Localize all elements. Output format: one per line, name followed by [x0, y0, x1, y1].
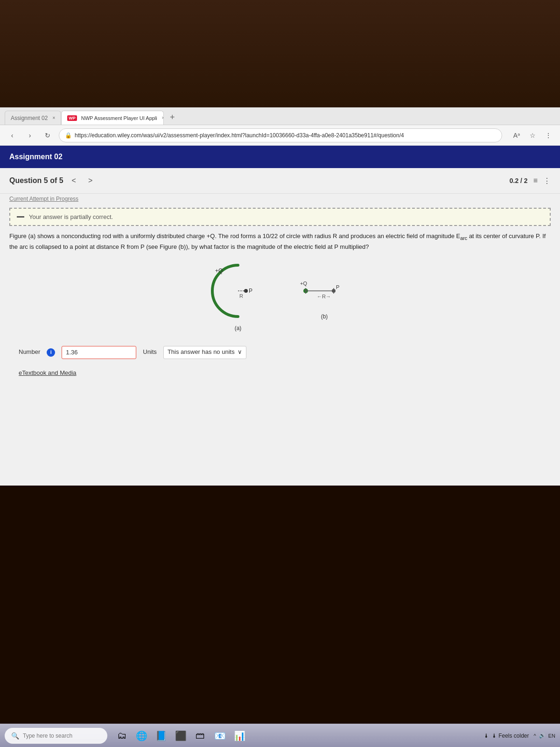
etextbook-link[interactable]: eTextbook and Media	[9, 364, 551, 383]
partial-correct-banner: Your answer is partially correct.	[9, 208, 551, 226]
number-input[interactable]	[62, 346, 136, 359]
svg-text:←R→: ←R→	[317, 294, 331, 299]
taskbar-app-wiley[interactable]: 📘	[152, 727, 170, 745]
search-placeholder-text: Type here to search	[23, 733, 72, 739]
answer-label: Number	[19, 347, 40, 357]
tab-wiley[interactable]: WP NWP Assessment Player UI Appli ×	[61, 111, 164, 125]
tab-assignment[interactable]: Assignment 02 ×	[5, 111, 61, 125]
more-options-button[interactable]: ⋮	[542, 129, 554, 141]
question-header: Question 5 of 5 < > 0.2 / 2 ≡ ⋮	[0, 168, 560, 194]
figure-a: +Q P R (a)	[208, 261, 268, 333]
tab-wiley-close[interactable]: ×	[162, 115, 164, 120]
question-title: Question 5 of 5	[9, 176, 63, 185]
units-value: This answer has no units	[168, 347, 235, 357]
wiley-logo-icon: WP	[67, 115, 77, 121]
figure-b: +Q P ←R→ (b)	[296, 272, 352, 321]
taskbar-apps: 🗂 🌐 📘 ⬛ 🗃 📧 📊	[113, 727, 248, 745]
question-text: Figure (a) shows a nonconducting rod wit…	[9, 232, 551, 252]
app-header: Assignment 02	[0, 146, 560, 168]
units-label: Units	[143, 347, 157, 357]
browser-actions: Aᵃ ☆ ⋮	[511, 129, 554, 141]
address-bar: ‹ › ↻ 🔒 https://education.wiley.com/was/…	[0, 125, 560, 146]
weather-text: 🌡 Feels colder	[491, 733, 529, 739]
score-display: 0.2 / 2	[510, 177, 528, 184]
back-button[interactable]: ‹	[6, 129, 19, 142]
weather-widget[interactable]: 🌡 🌡 Feels colder	[483, 733, 529, 739]
url-text: https://education.wiley.com/was/ui/v2/as…	[75, 132, 404, 139]
taskbar-app-file-explorer[interactable]: 🗂	[113, 727, 131, 745]
tab-assignment-close[interactable]: ×	[52, 115, 55, 120]
banner-minus-icon	[17, 216, 24, 218]
tab-bar: Assignment 02 × WP NWP Assessment Player…	[0, 107, 560, 125]
score-area: 0.2 / 2 ≡ ⋮	[510, 176, 551, 185]
taskbar-app-teams[interactable]: 📊	[231, 727, 248, 745]
taskbar-search[interactable]: 🔍 Type here to search	[5, 728, 107, 744]
more-actions-button[interactable]: ⋮	[543, 176, 551, 185]
taskbar-app-store[interactable]: ⬛	[172, 727, 189, 745]
volume-icon[interactable]: 🔊	[539, 733, 546, 739]
url-bar[interactable]: 🔒 https://education.wiley.com/was/ui/v2/…	[59, 128, 502, 142]
question-body: Figure (a) shows a nonconducting rod wit…	[0, 232, 560, 390]
answer-row: Number i Units This answer has no units …	[9, 341, 551, 364]
weather-icon: 🌡	[483, 733, 489, 739]
taskbar-app-mail[interactable]: 📧	[211, 727, 229, 745]
forward-button[interactable]: ›	[23, 129, 36, 142]
app-title: Assignment 02	[9, 153, 63, 161]
svg-text:R: R	[239, 293, 243, 299]
language-indicator: EN	[548, 733, 555, 739]
info-icon[interactable]: i	[47, 348, 55, 357]
system-tray: ^ 🔊 EN	[534, 733, 555, 739]
tab-assignment-label: Assignment 02	[11, 115, 48, 121]
units-chevron-icon: ∨	[238, 347, 242, 357]
figures-area: +Q P R (a) +Q	[9, 261, 551, 333]
laptop-bottom-bezel	[0, 486, 560, 724]
favorites-button[interactable]: ☆	[526, 129, 539, 141]
refresh-button[interactable]: ↻	[41, 129, 54, 142]
taskbar-right: 🌡 🌡 Feels colder ^ 🔊 EN	[483, 733, 555, 739]
reader-mode-button[interactable]: Aᵃ	[511, 129, 523, 141]
figure-b-label: (b)	[321, 312, 328, 321]
svg-text:P: P	[249, 288, 252, 294]
taskbar-app-edge[interactable]: 🌐	[133, 727, 150, 745]
progress-text[interactable]: Current Attempt in Progress	[0, 194, 560, 202]
list-view-button[interactable]: ≡	[533, 176, 538, 185]
svg-text:+Q: +Q	[300, 281, 307, 286]
prev-question-button[interactable]: <	[68, 175, 80, 187]
laptop-bezel	[0, 0, 560, 107]
search-icon: 🔍	[11, 732, 19, 740]
figure-a-label: (a)	[235, 324, 242, 333]
question-nav: Question 5 of 5 < >	[9, 175, 96, 187]
figure-a-svg: +Q P R	[208, 261, 268, 321]
partial-banner-text: Your answer is partially correct.	[29, 213, 113, 220]
chevron-up-icon[interactable]: ^	[534, 733, 536, 739]
units-dropdown[interactable]: This answer has no units ∨	[163, 346, 246, 359]
tab-add-button[interactable]: +	[166, 111, 179, 124]
svg-text:+Q: +Q	[215, 268, 223, 274]
taskbar-app-files[interactable]: 🗃	[191, 727, 209, 745]
taskbar: 🔍 Type here to search 🗂 🌐 📘 ⬛ 🗃 📧 📊 🌡 🌡 …	[0, 724, 560, 747]
figure-b-svg: +Q P ←R→	[296, 272, 352, 310]
lock-icon: 🔒	[65, 132, 72, 139]
arc-subscript: arc	[460, 235, 467, 241]
tab-wiley-label: NWP Assessment Player UI Appli	[81, 115, 157, 121]
svg-text:P: P	[336, 284, 339, 290]
next-question-button[interactable]: >	[84, 175, 96, 187]
